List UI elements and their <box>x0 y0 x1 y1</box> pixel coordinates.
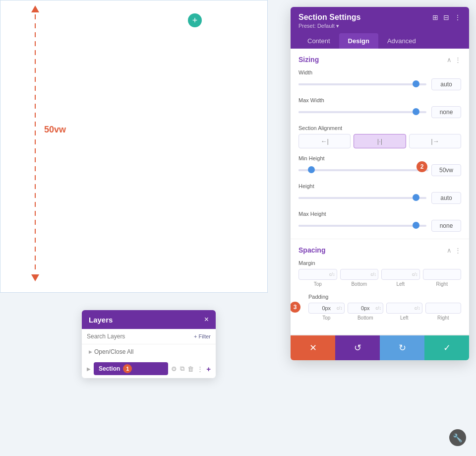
padding-field: 3 Padding c/↕ Top c/↕ <box>298 294 461 321</box>
margin-right-label: Right <box>436 281 448 287</box>
width-slider-row: auto <box>298 78 461 90</box>
settings-more-icon[interactable]: ⋮ <box>454 13 461 21</box>
width-field: Width auto <box>298 69 461 90</box>
align-left-button[interactable]: ←| <box>298 134 351 148</box>
settings-layout-icon[interactable]: ⊟ <box>443 13 449 21</box>
margin-right-input[interactable] <box>423 269 462 280</box>
settings-body: Sizing ∧ ⋮ Width auto Max <box>291 49 469 360</box>
bottom-toolbar: ✕ ↺ ↻ ✓ <box>291 335 469 360</box>
width-value[interactable]: auto <box>431 78 461 90</box>
layers-duplicate-icon[interactable]: ⧉ <box>180 365 184 373</box>
padding-right-label: Right <box>437 315 449 321</box>
tab-design[interactable]: Design <box>339 33 378 49</box>
padding-right-input[interactable] <box>425 303 462 314</box>
margin-left-cell: c/↕ Left <box>381 269 420 287</box>
margin-right-wrap <box>423 269 462 280</box>
margin-top-cell: c/↕ Top <box>298 269 337 287</box>
alignment-label: Section Alignment <box>298 125 461 131</box>
step-3-badge: 3 <box>291 302 300 313</box>
margin-top-wrap: c/↕ <box>298 269 337 280</box>
max-height-slider-thumb[interactable] <box>413 222 419 229</box>
margin-top-c-link: c/↕ <box>329 272 335 277</box>
padding-top-cell: c/↕ Top <box>308 303 345 321</box>
settings-preset[interactable]: Preset: Default ▾ <box>298 23 461 29</box>
padding-bottom-label: Bottom <box>357 315 373 321</box>
arrow-up-icon <box>31 5 39 12</box>
settings-panel: Section Settings ⊞ ⊟ ⋮ Preset: Default ▾… <box>291 7 469 360</box>
tab-advanced[interactable]: Advanced <box>378 33 425 49</box>
width-label: Width <box>298 69 461 75</box>
tab-content[interactable]: Content <box>298 33 339 49</box>
margin-bottom-wrap: c/↕ <box>340 269 379 280</box>
max-width-value[interactable]: none <box>431 106 461 118</box>
min-height-label: Min Height <box>298 155 461 161</box>
layers-settings-icon[interactable]: ⚙ <box>171 365 177 373</box>
max-height-label: Max Height <box>298 211 461 217</box>
max-width-slider-thumb[interactable] <box>413 108 419 115</box>
padding-bottom-c-link: c/↕ <box>375 306 381 311</box>
layers-header: Layers × <box>82 310 216 329</box>
padding-top-wrap: c/↕ <box>308 303 345 314</box>
cancel-button[interactable]: ✕ <box>291 335 335 360</box>
min-height-slider[interactable] <box>298 169 428 171</box>
min-height-value[interactable]: 50vw <box>431 164 461 176</box>
padding-top-label: Top <box>322 315 330 321</box>
canvas-area: 50vw + <box>0 0 268 293</box>
wrench-button[interactable]: 🔧 <box>449 429 466 446</box>
align-right-button[interactable]: |→ <box>409 134 461 148</box>
confirm-button[interactable]: ✓ <box>424 335 469 360</box>
settings-responsive-icon[interactable]: ⊞ <box>432 13 438 21</box>
spacing-more-icon[interactable]: ⋮ <box>455 247 461 254</box>
padding-right-wrap <box>425 303 462 314</box>
height-field: Height auto <box>298 183 461 204</box>
max-height-slider[interactable] <box>298 225 426 227</box>
width-slider[interactable] <box>298 83 426 85</box>
height-value[interactable]: auto <box>431 192 461 204</box>
layers-delete-icon[interactable]: 🗑 <box>187 365 194 373</box>
spacing-section: Spacing ∧ ⋮ Margin c/↕ Top <box>291 239 469 335</box>
height-slider[interactable] <box>298 197 426 199</box>
layers-panel: Layers × + Filter Open/Close All ▶ Secti… <box>82 310 216 378</box>
height-label: Height <box>298 183 461 189</box>
layers-more-icon[interactable]: ⋮ <box>197 365 203 373</box>
padding-left-c-link: c/↕ <box>415 306 420 311</box>
add-canvas-button[interactable]: + <box>188 13 202 27</box>
max-height-value[interactable]: none <box>431 220 461 232</box>
height-slider-thumb[interactable] <box>413 194 419 201</box>
width-slider-thumb[interactable] <box>413 80 419 87</box>
max-width-label: Max Width <box>298 97 461 103</box>
padding-bottom-cell: c/↕ Bottom <box>348 303 384 321</box>
redo-button[interactable]: ↻ <box>380 335 424 360</box>
layers-filter-button[interactable]: + Filter <box>194 333 211 339</box>
settings-header: Section Settings ⊞ ⊟ ⋮ Preset: Default ▾… <box>291 7 469 49</box>
layers-add-button[interactable]: + <box>206 365 211 373</box>
arrow-down-icon <box>31 274 39 281</box>
max-width-slider[interactable] <box>298 111 426 113</box>
spacing-collapse-icon[interactable]: ∧ <box>447 247 452 254</box>
align-center-button[interactable]: |·| <box>354 134 406 148</box>
margin-top-label: Top <box>314 281 322 287</box>
padding-right-cell: Right <box>425 303 462 321</box>
margin-label: Margin <box>298 260 461 266</box>
layers-open-close[interactable]: Open/Close All <box>82 344 216 359</box>
sizing-collapse-icon[interactable]: ∧ <box>447 56 452 64</box>
settings-title: Section Settings <box>298 13 360 22</box>
layers-search-input[interactable] <box>87 333 191 340</box>
sizing-more-icon[interactable]: ⋮ <box>455 56 461 64</box>
min-height-slider-thumb[interactable] <box>308 166 315 173</box>
padding-bottom-wrap: c/↕ <box>348 303 384 314</box>
margin-left-label: Left <box>396 281 405 287</box>
min-height-slider-row: 2 50vw <box>298 164 461 176</box>
spacing-header: Spacing ∧ ⋮ <box>298 246 461 254</box>
margin-right-cell: Right <box>423 269 462 287</box>
spacing-controls: ∧ ⋮ <box>447 247 461 254</box>
plus-icon: + <box>192 15 198 26</box>
layers-title: Layers <box>89 316 113 324</box>
layers-close-button[interactable]: × <box>204 315 209 324</box>
layers-section-badge: Section 1 <box>94 362 168 375</box>
undo-button[interactable]: ↺ <box>335 335 380 360</box>
min-height-field: Min Height 2 50vw <box>298 155 461 176</box>
settings-header-icons: ⊞ ⊟ ⋮ <box>432 13 461 21</box>
alignment-field: Section Alignment ←| |·| |→ <box>298 125 461 148</box>
max-width-slider-row: none <box>298 106 461 118</box>
